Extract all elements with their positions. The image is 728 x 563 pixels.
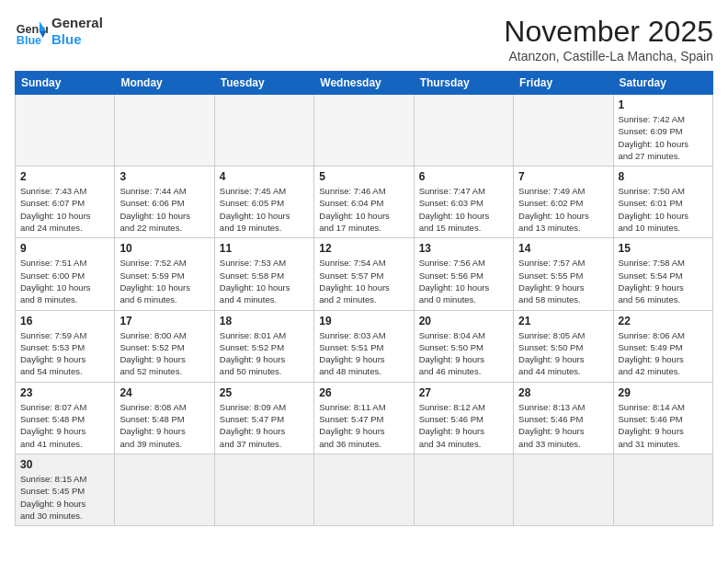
calendar-week-row: 2Sunrise: 7:43 AM Sunset: 6:07 PM Daylig… — [16, 167, 713, 238]
calendar-cell — [214, 95, 313, 167]
calendar-cell: 13Sunrise: 7:56 AM Sunset: 5:56 PM Dayli… — [414, 238, 513, 310]
calendar-cell — [414, 95, 513, 167]
day-info: Sunrise: 8:14 AM Sunset: 5:46 PM Dayligh… — [619, 401, 708, 450]
logo-blue-text: Blue — [51, 31, 103, 48]
day-info: Sunrise: 8:07 AM Sunset: 5:48 PM Dayligh… — [20, 401, 109, 450]
weekday-header-monday: Monday — [115, 72, 214, 95]
day-info: Sunrise: 8:15 AM Sunset: 5:45 PM Dayligh… — [20, 473, 109, 522]
day-number: 16 — [20, 315, 109, 327]
calendar-cell: 26Sunrise: 8:11 AM Sunset: 5:47 PM Dayli… — [314, 382, 414, 454]
calendar-cell: 3Sunrise: 7:44 AM Sunset: 6:06 PM Daylig… — [115, 167, 214, 238]
day-info: Sunrise: 8:03 AM Sunset: 5:51 PM Dayligh… — [319, 329, 408, 378]
day-number: 14 — [518, 242, 608, 255]
calendar-week-row: 9Sunrise: 7:51 AM Sunset: 6:00 PM Daylig… — [16, 238, 713, 310]
calendar-cell: 2Sunrise: 7:43 AM Sunset: 6:07 PM Daylig… — [16, 167, 115, 238]
day-info: Sunrise: 7:42 AM Sunset: 6:09 PM Dayligh… — [619, 113, 708, 162]
calendar-cell — [414, 454, 513, 525]
day-info: Sunrise: 7:44 AM Sunset: 6:06 PM Dayligh… — [119, 185, 209, 234]
calendar-cell — [514, 454, 613, 525]
day-number: 26 — [319, 386, 408, 399]
calendar-cell: 7Sunrise: 7:49 AM Sunset: 6:02 PM Daylig… — [514, 167, 613, 238]
day-info: Sunrise: 8:13 AM Sunset: 5:46 PM Dayligh… — [518, 401, 608, 450]
calendar-week-row: 16Sunrise: 7:59 AM Sunset: 5:53 PM Dayli… — [16, 310, 713, 382]
day-number: 3 — [119, 170, 209, 183]
day-number: 21 — [518, 315, 608, 327]
calendar-cell: 27Sunrise: 8:12 AM Sunset: 5:46 PM Dayli… — [414, 382, 513, 454]
weekday-header-tuesday: Tuesday — [214, 72, 313, 95]
calendar-cell — [613, 454, 712, 525]
logo: General Blue General Blue — [15, 15, 103, 48]
day-number: 25 — [220, 386, 309, 399]
day-number: 18 — [220, 315, 309, 327]
title-block: November 2025 Atanzon, Castille-La Manch… — [504, 15, 713, 63]
day-number: 5 — [319, 170, 408, 183]
day-number: 27 — [419, 386, 508, 399]
calendar-cell — [314, 454, 414, 525]
calendar-cell: 1Sunrise: 7:42 AM Sunset: 6:09 PM Daylig… — [613, 95, 712, 167]
calendar-cell: 25Sunrise: 8:09 AM Sunset: 5:47 PM Dayli… — [214, 382, 313, 454]
calendar-cell: 14Sunrise: 7:57 AM Sunset: 5:55 PM Dayli… — [514, 238, 613, 310]
weekday-header-saturday: Saturday — [613, 72, 712, 95]
calendar-cell: 5Sunrise: 7:46 AM Sunset: 6:04 PM Daylig… — [314, 167, 414, 238]
calendar-cell: 23Sunrise: 8:07 AM Sunset: 5:48 PM Dayli… — [16, 382, 115, 454]
calendar-table: SundayMondayTuesdayWednesdayThursdayFrid… — [15, 71, 713, 526]
day-number: 30 — [20, 458, 109, 471]
month-title: November 2025 — [504, 15, 713, 49]
logo-icon: General Blue — [15, 15, 48, 48]
day-number: 1 — [619, 98, 708, 111]
svg-text:Blue: Blue — [17, 34, 41, 47]
calendar-cell: 16Sunrise: 7:59 AM Sunset: 5:53 PM Dayli… — [16, 310, 115, 382]
day-number: 2 — [20, 170, 109, 183]
day-info: Sunrise: 7:49 AM Sunset: 6:02 PM Dayligh… — [518, 185, 608, 234]
day-info: Sunrise: 7:58 AM Sunset: 5:54 PM Dayligh… — [619, 257, 708, 305]
day-info: Sunrise: 7:46 AM Sunset: 6:04 PM Dayligh… — [319, 185, 408, 234]
day-info: Sunrise: 7:57 AM Sunset: 5:55 PM Dayligh… — [518, 257, 608, 305]
calendar-cell: 28Sunrise: 8:13 AM Sunset: 5:46 PM Dayli… — [514, 382, 613, 454]
calendar-cell: 15Sunrise: 7:58 AM Sunset: 5:54 PM Dayli… — [613, 238, 712, 310]
weekday-header-sunday: Sunday — [16, 72, 115, 95]
calendar-cell: 21Sunrise: 8:05 AM Sunset: 5:50 PM Dayli… — [514, 310, 613, 382]
day-info: Sunrise: 8:08 AM Sunset: 5:48 PM Dayligh… — [119, 401, 209, 450]
calendar-cell: 4Sunrise: 7:45 AM Sunset: 6:05 PM Daylig… — [214, 167, 313, 238]
day-number: 28 — [518, 386, 608, 399]
weekday-header-row: SundayMondayTuesdayWednesdayThursdayFrid… — [16, 72, 713, 95]
day-number: 24 — [119, 386, 209, 399]
weekday-header-friday: Friday — [514, 72, 613, 95]
calendar-cell: 6Sunrise: 7:47 AM Sunset: 6:03 PM Daylig… — [414, 167, 513, 238]
logo-general-text: General — [51, 15, 103, 31]
day-info: Sunrise: 7:43 AM Sunset: 6:07 PM Dayligh… — [20, 185, 109, 234]
day-number: 8 — [619, 170, 708, 183]
day-number: 7 — [518, 170, 608, 183]
calendar-cell: 19Sunrise: 8:03 AM Sunset: 5:51 PM Dayli… — [314, 310, 414, 382]
day-info: Sunrise: 8:12 AM Sunset: 5:46 PM Dayligh… — [419, 401, 508, 450]
calendar-week-row: 30Sunrise: 8:15 AM Sunset: 5:45 PM Dayli… — [16, 454, 713, 525]
calendar-cell: 11Sunrise: 7:53 AM Sunset: 5:58 PM Dayli… — [214, 238, 313, 310]
calendar-cell: 24Sunrise: 8:08 AM Sunset: 5:48 PM Dayli… — [115, 382, 214, 454]
calendar-cell: 12Sunrise: 7:54 AM Sunset: 5:57 PM Dayli… — [314, 238, 414, 310]
day-number: 9 — [20, 242, 109, 255]
day-number: 4 — [220, 170, 309, 183]
day-info: Sunrise: 7:47 AM Sunset: 6:03 PM Dayligh… — [419, 185, 508, 234]
day-number: 10 — [119, 242, 209, 255]
weekday-header-wednesday: Wednesday — [314, 72, 414, 95]
calendar-cell: 8Sunrise: 7:50 AM Sunset: 6:01 PM Daylig… — [613, 167, 712, 238]
day-info: Sunrise: 8:01 AM Sunset: 5:52 PM Dayligh… — [220, 329, 309, 378]
day-info: Sunrise: 7:53 AM Sunset: 5:58 PM Dayligh… — [220, 257, 309, 305]
day-info: Sunrise: 7:59 AM Sunset: 5:53 PM Dayligh… — [20, 329, 109, 378]
day-number: 12 — [319, 242, 408, 255]
location-title: Atanzon, Castille-La Mancha, Spain — [504, 49, 713, 63]
day-info: Sunrise: 8:11 AM Sunset: 5:47 PM Dayligh… — [319, 401, 408, 450]
day-number: 6 — [419, 170, 508, 183]
weekday-header-thursday: Thursday — [414, 72, 513, 95]
day-number: 23 — [20, 386, 109, 399]
day-info: Sunrise: 7:45 AM Sunset: 6:05 PM Dayligh… — [220, 185, 309, 234]
day-number: 20 — [419, 315, 508, 327]
calendar-cell: 9Sunrise: 7:51 AM Sunset: 6:00 PM Daylig… — [16, 238, 115, 310]
calendar-cell: 20Sunrise: 8:04 AM Sunset: 5:50 PM Dayli… — [414, 310, 513, 382]
calendar-cell — [16, 95, 115, 167]
day-number: 15 — [619, 242, 708, 255]
day-info: Sunrise: 8:09 AM Sunset: 5:47 PM Dayligh… — [220, 401, 309, 450]
calendar-cell — [514, 95, 613, 167]
day-info: Sunrise: 8:05 AM Sunset: 5:50 PM Dayligh… — [518, 329, 608, 378]
header: General Blue General Blue November 2025 … — [15, 15, 713, 63]
